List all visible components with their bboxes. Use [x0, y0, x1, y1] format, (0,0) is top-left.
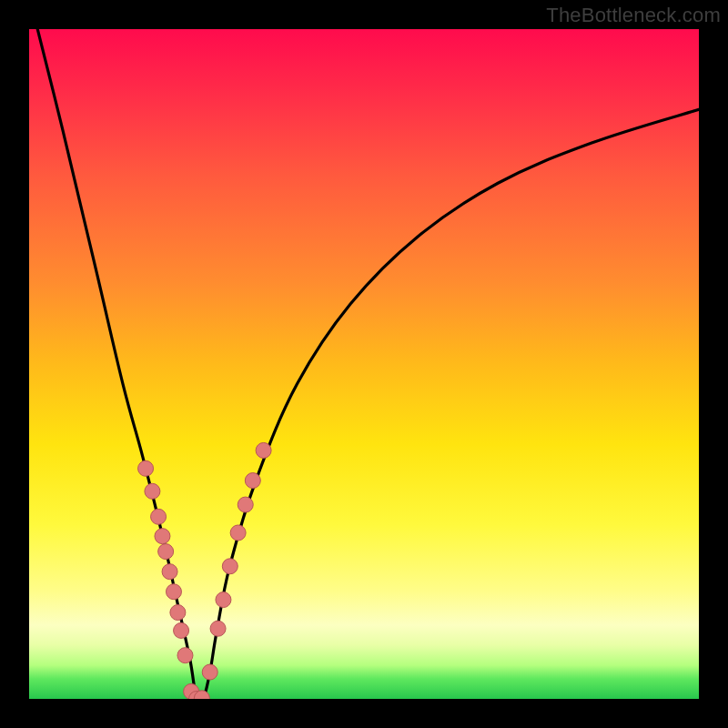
data-marker	[216, 592, 231, 608]
data-marker	[166, 584, 181, 600]
data-marker	[174, 622, 189, 638]
data-marker	[145, 483, 160, 499]
data-marker	[222, 559, 238, 574]
data-marker	[170, 605, 186, 621]
data-marker	[238, 497, 253, 512]
data-marker	[158, 544, 174, 560]
data-marker	[151, 509, 167, 524]
plot-area	[29, 29, 699, 699]
marker-group	[138, 442, 272, 699]
data-marker	[155, 529, 170, 544]
data-marker	[202, 664, 217, 680]
bottleneck-curve	[29, 29, 699, 699]
data-marker	[256, 442, 271, 458]
data-marker	[162, 564, 177, 580]
data-marker	[230, 525, 246, 541]
data-marker	[210, 621, 226, 636]
curve-layer	[29, 29, 699, 699]
data-marker	[138, 460, 154, 476]
data-marker	[177, 648, 193, 663]
data-marker	[245, 473, 260, 489]
watermark-text: TheBottleneck.com	[546, 4, 721, 27]
chart-frame: TheBottleneck.com	[0, 0, 728, 728]
